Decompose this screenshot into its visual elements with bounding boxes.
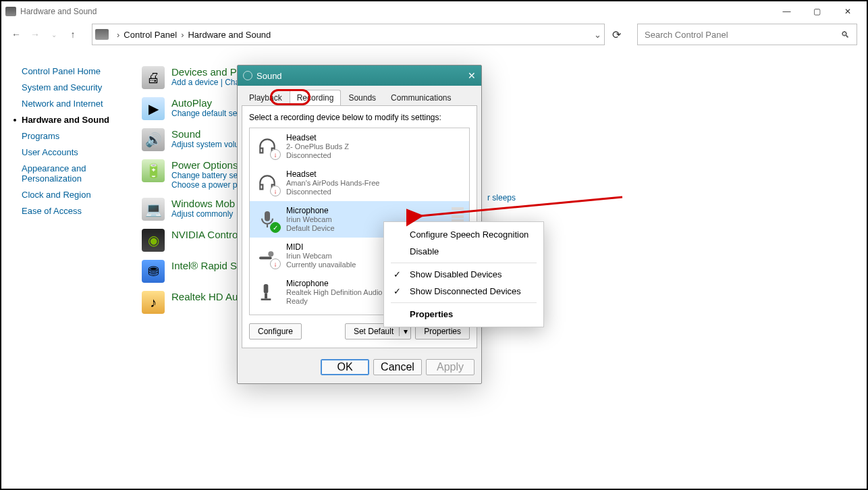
menu-disable[interactable]: Disable — [384, 243, 543, 260]
ok-button[interactable]: OK — [321, 359, 369, 375]
menu-separator — [391, 302, 537, 303]
menu-show-disabled[interactable]: Show Disabled Devices — [384, 266, 543, 283]
menu-properties[interactable]: Properties — [384, 306, 543, 323]
tab-playback[interactable]: Playback — [242, 90, 290, 105]
address-bar[interactable]: › Control Panel › Hardware and Sound ⌄ — [92, 24, 605, 45]
power-icon: 🔋 — [142, 159, 165, 182]
cancel-button[interactable]: Cancel — [373, 359, 422, 375]
nvidia-icon: ◉ — [142, 229, 165, 252]
headset-icon: ↓ — [255, 133, 279, 160]
sidebar: Control Panel Home System and Security N… — [1, 66, 123, 322]
sidebar-item-system-security[interactable]: System and Security — [22, 82, 123, 92]
intel-icon: ⛃ — [142, 260, 165, 283]
instruction-text: Select a recording device below to modif… — [249, 113, 470, 122]
svg-rect-3 — [264, 284, 269, 293]
tab-sounds[interactable]: Sounds — [341, 90, 383, 105]
partial-text: r sleeps — [487, 193, 516, 202]
context-menu: Configure Speech Recognition Disable Sho… — [383, 221, 544, 327]
control-panel-home[interactable]: Control Panel Home — [22, 66, 123, 76]
headset-icon: ↓ — [255, 169, 279, 196]
close-icon[interactable]: ✕ — [468, 70, 476, 81]
svg-point-1 — [268, 251, 273, 256]
title-bar: Hardware and Sound — ▢ ✕ — [1, 1, 867, 22]
menu-configure-speech[interactable]: Configure Speech Recognition — [384, 226, 543, 243]
back-button[interactable]: ← — [7, 25, 26, 44]
svg-rect-4 — [265, 293, 267, 298]
sidebar-item-programs[interactable]: Programs — [22, 131, 123, 141]
svg-rect-5 — [261, 298, 271, 300]
chevron-down-icon[interactable]: ⌄ — [594, 30, 601, 40]
speaker-icon — [243, 71, 252, 80]
devices-icon: 🖨 — [142, 66, 165, 89]
breadcrumb-root[interactable]: Control Panel — [124, 30, 177, 40]
sidebar-item-ease-access[interactable]: Ease of Access — [22, 206, 123, 216]
sound-icon: 🔊 — [142, 128, 165, 151]
realtek-icon: ♪ — [142, 291, 165, 314]
recent-dropdown[interactable]: ⌄ — [45, 25, 63, 44]
chevron-down-icon[interactable]: ▾ — [399, 327, 408, 336]
search-input[interactable]: Search Control Panel 🔍︎ — [637, 24, 857, 45]
autoplay-icon: ▶ — [142, 97, 165, 120]
chevron-right-icon: › — [181, 30, 184, 40]
device-row[interactable]: ↓ Headset2- OnePlus Buds ZDisconnected — [250, 128, 469, 165]
sound-dialog-title: Sound — [256, 71, 282, 81]
window-title: Hardware and Sound — [20, 7, 97, 16]
minimize-button[interactable]: — — [771, 1, 802, 22]
chevron-right-icon: › — [117, 30, 119, 40]
search-icon: 🔍︎ — [841, 30, 850, 40]
microphone-icon: ✓ — [255, 206, 279, 233]
configure-button[interactable]: Configure — [249, 323, 302, 339]
tab-communications[interactable]: Communications — [383, 90, 458, 105]
sound-tabs: Playback Recording Sounds Communications — [238, 86, 481, 105]
sidebar-item-network[interactable]: Network and Internet — [22, 99, 123, 109]
refresh-button[interactable]: ⟳ — [605, 24, 628, 45]
sidebar-item-user-accounts[interactable]: User Accounts — [22, 147, 123, 157]
sound-dialog-title-bar: Sound ✕ — [238, 65, 481, 86]
svg-rect-0 — [265, 211, 270, 221]
svg-rect-2 — [259, 256, 272, 259]
midi-icon: ↓ — [255, 242, 279, 269]
sidebar-item-hardware-sound[interactable]: Hardware and Sound — [22, 115, 123, 125]
maximize-button[interactable]: ▢ — [802, 1, 832, 22]
sidebar-item-appearance[interactable]: Appearance and Personalization — [22, 163, 123, 184]
app-icon — [5, 7, 16, 16]
mobility-icon: 💻 — [142, 198, 165, 221]
device-row[interactable]: ↓ HeadsetAman's AirPods Hands-FreeDiscon… — [250, 165, 469, 201]
forward-button[interactable]: → — [26, 25, 45, 44]
menu-separator — [391, 263, 537, 263]
menu-show-disconnected[interactable]: Show Disconnected Devices — [384, 283, 543, 300]
nav-bar: ← → ⌄ ↑ › Control Panel › Hardware and S… — [1, 22, 867, 47]
breadcrumb-current[interactable]: Hardware and Sound — [188, 30, 271, 40]
up-button[interactable]: ↑ — [63, 25, 82, 44]
microphone-icon — [255, 279, 279, 306]
tab-recording[interactable]: Recording — [290, 90, 342, 105]
location-icon — [95, 29, 109, 40]
search-placeholder: Search Control Panel — [645, 30, 728, 40]
close-button[interactable]: ✕ — [832, 1, 863, 22]
sidebar-item-clock-region[interactable]: Clock and Region — [22, 190, 123, 200]
apply-button[interactable]: Apply — [426, 359, 474, 375]
